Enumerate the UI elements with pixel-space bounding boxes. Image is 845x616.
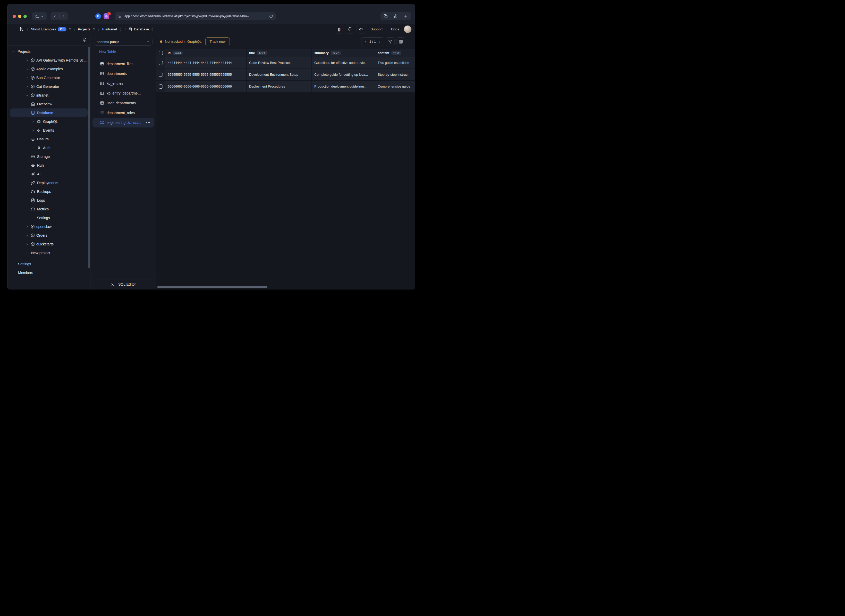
extension-b-icon[interactable]: B — [96, 13, 101, 19]
box-icon — [31, 58, 35, 62]
breadcrumb-section[interactable]: Database — [128, 27, 154, 31]
sidebar-item-ai[interactable]: AI — [7, 170, 90, 179]
breadcrumb-org[interactable]: Nhost Examples Pro — [31, 27, 72, 31]
sidebar-item-cat-generator[interactable]: Cat Generator — [7, 82, 90, 91]
column-header-id[interactable]: iduuid — [165, 49, 247, 57]
nhost-logo[interactable] — [19, 26, 25, 32]
box-icon — [31, 93, 35, 97]
row-checkbox[interactable] — [159, 73, 163, 77]
forward-button[interactable] — [59, 12, 68, 20]
horizontal-scrollbar[interactable] — [157, 286, 267, 287]
notifications-button[interactable] — [346, 25, 354, 34]
minimize-window-button[interactable] — [18, 15, 21, 18]
new-tab-icon[interactable] — [404, 14, 408, 18]
table-item-kb-entry-departme[interactable]: kb_entry_departme... — [90, 88, 156, 98]
sidebar-item-intranet[interactable]: intranet — [7, 91, 90, 100]
table-item-department-files[interactable]: department_files — [90, 59, 156, 69]
column-name: id — [168, 51, 170, 55]
cell-title[interactable]: Development Environment Setup — [247, 69, 312, 81]
cell-content[interactable]: This guide establishe — [375, 57, 415, 69]
sidebar-item-backups[interactable]: Backups — [7, 187, 90, 196]
pin-off-icon[interactable] — [82, 38, 87, 42]
cell-id[interactable]: 44444444-4444-4444-4444-444444444444 — [165, 57, 247, 69]
sidebar-item-label: Backups — [37, 189, 51, 194]
table-item-kb-entries[interactable]: kb_entries — [90, 79, 156, 88]
share-icon[interactable] — [394, 14, 398, 18]
docs-link[interactable]: Docs — [388, 27, 400, 31]
sidebar-item-logs[interactable]: Logs — [7, 196, 90, 205]
row-checkbox[interactable] — [159, 85, 163, 89]
browser-sidebar-toggle[interactable] — [32, 12, 47, 20]
chevron-right-icon — [31, 146, 35, 150]
chevron-left-icon[interactable] — [364, 40, 367, 43]
column-header-title[interactable]: titletext — [247, 49, 312, 57]
track-now-button[interactable]: Track now — [205, 37, 230, 46]
row-checkbox[interactable] — [159, 61, 163, 65]
sidebar-item-label: Hasura — [37, 137, 49, 141]
support-link[interactable]: Support — [367, 27, 386, 31]
cell-content[interactable]: Step-by-step instruct — [375, 69, 415, 81]
tab-overview-icon[interactable] — [384, 14, 388, 18]
table-item-engineering-kb-ent[interactable]: engineering_kb_ent...••• — [93, 118, 154, 128]
sql-editor-button[interactable]: SQL Editor — [90, 279, 156, 289]
sidebar-item-database[interactable]: Database — [10, 109, 88, 117]
chevron-right-icon — [25, 225, 29, 229]
reader-page-icon[interactable] — [118, 15, 122, 18]
table-item-user-departments[interactable]: user_departments — [90, 98, 156, 108]
sidebar-item-orders[interactable]: Orders — [7, 231, 90, 240]
sidebar-footer-settings[interactable]: Settings — [7, 260, 90, 268]
sidebar-item-api-gateway-with-remote-sc[interactable]: API Gateway with Remote Sc... — [7, 56, 90, 65]
table-item-department-roles[interactable]: department_roles — [90, 108, 156, 118]
sidebar-item-auth[interactable]: Auth — [7, 144, 90, 152]
announcements-button[interactable] — [357, 25, 365, 34]
address-bar[interactable]: app.nhost.io/orgs/bzhrmnukvzmseiatiijd/p… — [115, 12, 276, 21]
sidebar-item-settings[interactable]: Settings — [7, 214, 90, 222]
table-item-departments[interactable]: departments — [90, 69, 156, 79]
sidebar-item-events[interactable]: Events — [7, 126, 90, 135]
new-table-label: New Table — [99, 50, 116, 54]
cell-content[interactable]: Comprehensive guide — [375, 81, 415, 92]
table-item-menu[interactable]: ••• — [146, 121, 150, 125]
sidebar-item-apollo-examples[interactable]: Apollo examples — [7, 65, 90, 73]
close-window-button[interactable] — [13, 15, 16, 18]
extension-gem-icon[interactable]: 7 — [104, 13, 109, 19]
feedback-button[interactable]: g — [335, 25, 344, 34]
cell-summary[interactable]: Production deployment guidelines... — [312, 81, 375, 92]
filter-button[interactable] — [386, 37, 395, 46]
avatar[interactable] — [404, 25, 411, 33]
cell-title[interactable]: Code Review Best Practices — [247, 57, 312, 69]
sidebar-item-bun-generator[interactable]: Bun Generator — [7, 73, 90, 82]
zoom-window-button[interactable] — [24, 15, 27, 18]
box-icon — [31, 233, 35, 238]
sidebar-item-hasura[interactable]: Hasura — [7, 135, 90, 144]
sidebar-item-storage[interactable]: Storage — [7, 152, 90, 161]
cell-summary[interactable]: Complete guide for setting up loca... — [312, 69, 375, 81]
chevron-right-icon[interactable] — [378, 40, 381, 43]
sidebar-item-deployments[interactable]: Deployments — [7, 179, 90, 187]
cell-id[interactable]: 66666666-6666-6666-6666-666666666666 — [165, 81, 247, 92]
sidebar-item-graphql[interactable]: GraphQL — [7, 117, 90, 126]
cell-summary[interactable]: Guidelines for effective code revie... — [312, 57, 375, 69]
sidebar-item-openclaw[interactable]: openclaw — [7, 222, 90, 231]
sidebar-item-metrics[interactable]: Metrics — [7, 205, 90, 214]
back-button[interactable] — [50, 12, 59, 20]
cell-title[interactable]: Deployment Procedures — [247, 81, 312, 92]
select-all-checkbox[interactable] — [159, 51, 163, 55]
sidebar-group-projects[interactable]: Projects — [7, 47, 90, 56]
schema-select[interactable]: schema. public — [94, 38, 153, 45]
sidebar-item-quickstarts[interactable]: quickstarts — [7, 240, 90, 248]
sidebar-scrollbar[interactable] — [88, 47, 90, 268]
sidebar-item-run[interactable]: Run — [7, 161, 90, 170]
column-header-summary[interactable]: summarytext — [312, 49, 375, 57]
new-table-button[interactable]: New Table — [90, 48, 156, 56]
reload-icon[interactable] — [269, 15, 273, 18]
chevron-down-icon — [41, 15, 44, 18]
sidebar-item-overview[interactable]: Overview — [7, 100, 90, 109]
columns-button[interactable] — [397, 37, 405, 46]
breadcrumb-projects[interactable]: Projects — [78, 27, 96, 31]
new-project-button[interactable]: New project — [7, 248, 90, 257]
sidebar-footer-members[interactable]: Members — [7, 268, 90, 277]
breadcrumb-project[interactable]: intranet — [102, 27, 122, 31]
column-header-content[interactable]: contenttext — [375, 49, 415, 57]
cell-id[interactable]: 55555555-5555-5555-5555-555555555555 — [165, 69, 247, 81]
